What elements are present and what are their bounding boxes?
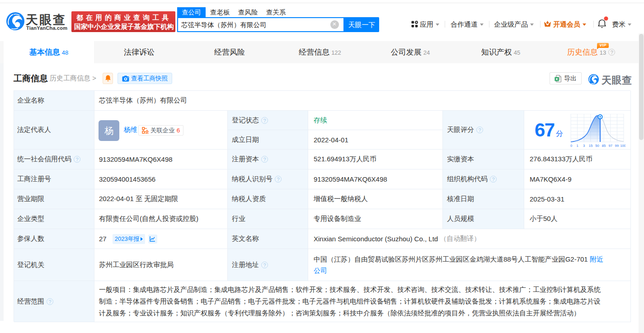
- svg-text:85: 85: [602, 144, 606, 148]
- svg-text:3: 3: [583, 144, 585, 148]
- svg-text:50: 50: [595, 144, 599, 148]
- svg-text:1: 1: [576, 144, 578, 148]
- svg-text:企: 企: [145, 129, 149, 134]
- svg-text:97: 97: [609, 144, 612, 148]
- svg-text:100: 100: [620, 144, 626, 148]
- svg-text:99: 99: [615, 144, 619, 148]
- svg-text:0: 0: [570, 144, 572, 148]
- svg-text:15: 15: [589, 144, 592, 148]
